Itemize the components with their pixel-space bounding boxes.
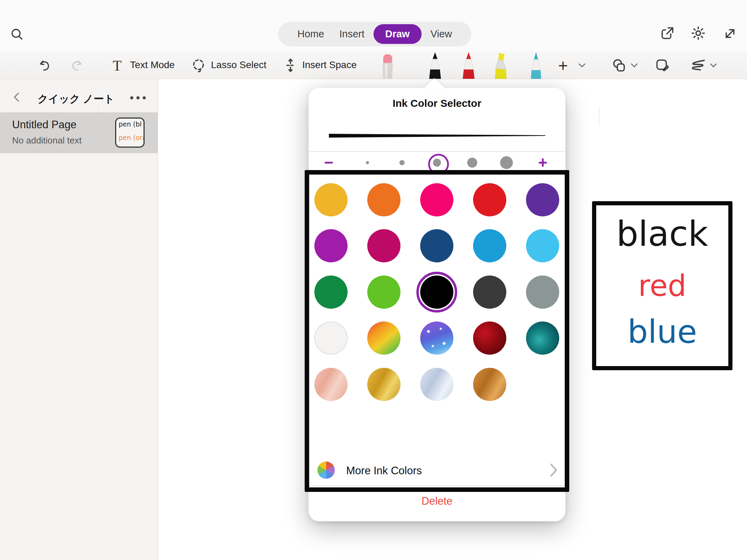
swatch-bronze-texture[interactable] xyxy=(473,368,506,401)
ink-effects-scribble-icon[interactable] xyxy=(690,58,707,73)
swatch-raspberry[interactable] xyxy=(367,229,400,262)
swatch-red[interactable] xyxy=(473,183,506,216)
selected-size-ring xyxy=(428,154,449,175)
swatch-silver-texture[interactable] xyxy=(420,368,453,401)
pen-black-selected[interactable] xyxy=(425,52,445,79)
share-icon[interactable] xyxy=(660,25,675,41)
tab-home[interactable]: Home xyxy=(291,24,330,44)
pencil-teal[interactable] xyxy=(526,52,546,79)
ink-word-red: red xyxy=(596,270,728,301)
notebook-title: クイック ノート xyxy=(35,92,118,106)
stroke-size-dot-4[interactable] xyxy=(467,158,477,168)
highlighter-yellow[interactable] xyxy=(492,52,513,79)
swatch-azure[interactable] xyxy=(473,229,506,262)
color-wheel-icon xyxy=(317,461,335,479)
swatch-galaxy[interactable] xyxy=(420,321,453,355)
text-mode-label[interactable]: Text Mode xyxy=(130,51,175,79)
popover-arrow xyxy=(423,78,445,88)
swatch-white[interactable] xyxy=(314,321,348,355)
page-list-item[interactable]: Untitled Page No additional text pen (bl… xyxy=(0,112,158,153)
ink-word-blue: blue xyxy=(596,315,728,349)
insert-space-label[interactable]: Insert Space xyxy=(302,51,357,79)
swatch-navy[interactable] xyxy=(420,229,453,262)
handwritten-ink-box: blackredblue xyxy=(592,201,732,370)
swatch-hot-pink[interactable] xyxy=(420,183,453,216)
stroke-size-dot-1[interactable] xyxy=(366,161,369,164)
page-thumbnail: pen (blpen (ora xyxy=(115,118,145,148)
more-chevron-right-icon[interactable] xyxy=(549,463,559,477)
more-ink-colors-button[interactable]: More Ink Colors xyxy=(346,465,422,477)
delete-pen-button[interactable]: Delete xyxy=(308,495,565,507)
swatch-dark-gray[interactable] xyxy=(473,276,506,309)
ellipsis-menu-icon[interactable] xyxy=(129,94,147,102)
stroke-size-dot-5[interactable] xyxy=(500,156,513,169)
eraser[interactable] xyxy=(377,54,398,79)
back-chevron-icon[interactable] xyxy=(11,91,23,103)
page-item-title: Untitled Page xyxy=(12,119,76,131)
insert-space-icon[interactable] xyxy=(283,58,298,73)
text-mode-icon[interactable]: T xyxy=(113,57,122,74)
lasso-select-label[interactable]: Lasso Select xyxy=(211,51,266,79)
swatch-rose-gold[interactable] xyxy=(314,368,348,401)
swatch-gold-texture[interactable] xyxy=(367,368,400,401)
tab-view[interactable]: View xyxy=(424,24,458,44)
thumbnail-ink-line: pen (ora xyxy=(119,134,144,141)
search-icon[interactable] xyxy=(10,27,24,41)
redo-icon[interactable] xyxy=(70,59,84,73)
swatch-dark-purple[interactable] xyxy=(526,183,559,216)
ribbon-tabs: HomeInsertDrawView xyxy=(278,22,471,46)
undo-icon[interactable] xyxy=(38,59,52,73)
ink-word-black: black xyxy=(596,216,728,252)
shapes-chevron-down-icon[interactable] xyxy=(630,63,638,68)
add-pen-chevron-down-icon[interactable] xyxy=(578,63,586,68)
page-sidebar: クイック ノート Untitled Page No additional tex… xyxy=(0,79,158,560)
top-bar: HomeInsertDrawView xyxy=(0,0,747,51)
shapes-icon[interactable] xyxy=(611,57,627,74)
swatch-gray[interactable] xyxy=(526,276,559,309)
swatch-violet[interactable] xyxy=(314,229,348,262)
tab-draw[interactable]: Draw xyxy=(374,24,422,44)
swatch-orange[interactable] xyxy=(367,183,400,216)
fullscreen-expand-icon[interactable] xyxy=(722,26,738,41)
toolbar-divider xyxy=(98,106,98,126)
stroke-size-dot-2[interactable] xyxy=(399,160,405,165)
swatch-red-marble[interactable] xyxy=(473,321,506,355)
swatch-teal-marble[interactable] xyxy=(526,321,559,355)
swatch-green[interactable] xyxy=(314,276,348,309)
add-pen-plus-icon[interactable]: + xyxy=(558,56,568,75)
page-item-subtitle: No additional text xyxy=(12,135,82,146)
lasso-select-icon[interactable] xyxy=(191,58,206,73)
stroke-preview xyxy=(329,131,545,141)
swatch-sky-blue[interactable] xyxy=(526,229,559,262)
swatch-lime[interactable] xyxy=(367,276,400,309)
settings-gear-icon[interactable] xyxy=(690,25,707,41)
popover-divider xyxy=(308,485,565,486)
pen-red[interactable] xyxy=(458,52,479,79)
tab-insert[interactable]: Insert xyxy=(333,24,371,44)
ink-effects-chevron-down-icon[interactable] xyxy=(710,63,717,68)
popover-title: Ink Color Selector xyxy=(308,97,565,109)
ink-to-shape-icon[interactable] xyxy=(654,57,670,73)
swatch-gold[interactable] xyxy=(314,183,348,216)
popover-divider xyxy=(308,151,565,152)
draw-toolbar: T Text Mode Lasso Select Insert Space + xyxy=(0,51,747,79)
toolbar-divider xyxy=(599,106,599,126)
swatch-rainbow-glitter[interactable] xyxy=(367,321,400,355)
ink-color-selector-popover: Ink Color Selector − + More Ink Colors D… xyxy=(308,88,565,521)
swatch-black[interactable] xyxy=(420,276,453,309)
thumbnail-ink-line: pen (bl xyxy=(119,120,144,128)
